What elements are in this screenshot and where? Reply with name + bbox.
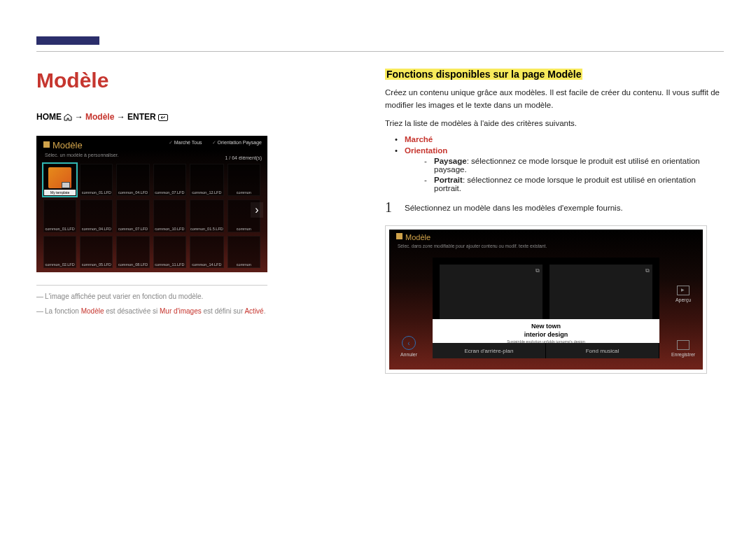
breadcrumb-arrow-2: → [117, 112, 125, 122]
selected-label: My template [44, 190, 76, 195]
template-thumb[interactable]: common_07.LFD [116, 199, 149, 232]
filter-marche[interactable]: Marché Tous [169, 140, 202, 146]
dash-paysage: Paysage: sélectionnez ce mode lorsque le… [424, 157, 724, 174]
template-thumb[interactable]: common_14.LFD [190, 236, 224, 268]
template-thumb[interactable]: common_01.LFD [80, 164, 113, 196]
template-thumb-selected[interactable]: My template [43, 164, 76, 196]
template-thumb[interactable]: common_12.LFD [190, 164, 224, 196]
template-thumb[interactable]: common_05.LFD [80, 236, 113, 268]
enter-icon [158, 114, 168, 121]
cancel-button[interactable]: ‹ Annuler [396, 336, 421, 357]
preview-button[interactable]: Aperçu [671, 286, 696, 302]
save-button[interactable]: Enregistrer [671, 340, 696, 357]
intro-paragraph: Créez un contenu unique grâce aux modèle… [385, 87, 724, 112]
breadcrumb: HOME → Modèle → ENTER [36, 112, 267, 122]
bullet-marche: Marché [395, 135, 724, 143]
cancel-icon: ‹ [402, 336, 416, 350]
note-image-varies: L'image affichée peut varier en fonction… [36, 293, 267, 300]
header-accent-bar [36, 36, 99, 45]
editor-tabs: Ecran d'arrière-plan Fond musical [433, 343, 659, 358]
save-icon [677, 340, 690, 350]
step-text: Sélectionnez un modèle dans les modèles … [405, 199, 623, 212]
breadcrumb-arrow-1: → [75, 112, 83, 122]
template-thumb[interactable]: common_08.LFD [116, 236, 149, 268]
step-number: 1 [385, 199, 392, 216]
pane-handle-icon: ⧉ [536, 267, 540, 274]
section-heading: Fonctions disponibles sur la page Modèle [385, 69, 582, 80]
header-rule [36, 51, 724, 52]
template-thumb[interactable]: common_07.LFD [153, 164, 186, 196]
breadcrumb-modele: Modèle [85, 112, 114, 122]
sort-paragraph: Triez la liste de modèles à l'aide des c… [385, 118, 724, 130]
next-page-arrow-icon[interactable]: › [251, 202, 263, 218]
template-thumb[interactable]: common_01.LFD [43, 199, 76, 232]
template-grid: My template common_01.LFD common_04.LFD … [43, 164, 260, 268]
shot1-filters: Marché Tous Orientation Paysage [169, 140, 262, 146]
screenshot-template-editor: Modèle Sélec. dans zone modifiable pour … [389, 230, 703, 370]
note-modele-disabled: La fonction Modèle est désactivée si Mur… [36, 307, 267, 315]
shot2-subtitle: Sélec. dans zone modifiable pour ajouter… [398, 244, 547, 248]
tab-background[interactable]: Ecran d'arrière-plan [433, 343, 546, 358]
screenshot-template-editor-frame: Modèle Sélec. dans zone modifiable pour … [385, 225, 707, 374]
shot1-subtitle: Sélec. un modèle à personnaliser. [45, 153, 118, 157]
shot1-counter: 1 / 64 élément(s) [225, 155, 262, 160]
tab-music[interactable]: Fond musical [546, 343, 659, 358]
template-thumb[interactable]: common_04.LFD [116, 164, 149, 196]
template-thumb[interactable]: common_10.LFD [153, 199, 186, 232]
step-1: 1 Sélectionnez un modèle dans les modèle… [385, 199, 724, 216]
shot2-title: Modèle [396, 233, 430, 241]
breadcrumb-home: HOME [36, 112, 62, 122]
dash-portrait: Portrait: sélectionnez ce mode lorsque l… [424, 176, 724, 192]
filter-orientation[interactable]: Orientation Paysage [212, 140, 262, 146]
shot1-title: Modèle [43, 140, 83, 150]
template-thumb[interactable]: common_11.LFD [153, 236, 186, 268]
pane-handle-icon: ⧉ [645, 267, 650, 274]
preview-icon [677, 286, 690, 295]
breadcrumb-enter: ENTER [127, 112, 156, 122]
template-thumb[interactable]: common_04.LFD [80, 199, 113, 232]
screenshot-template-grid: Modèle Sélec. un modèle à personnaliser.… [36, 136, 267, 272]
template-thumb[interactable]: common [227, 236, 260, 268]
template-thumb[interactable]: common [227, 164, 260, 196]
bullet-orientation: Orientation Paysage: sélectionnez ce mod… [395, 146, 724, 192]
template-thumb[interactable]: common_01.5.LFD [190, 199, 224, 232]
template-thumb[interactable]: common_02.LFD [43, 236, 76, 268]
page-title: Modèle [36, 69, 267, 92]
divider [36, 285, 267, 286]
home-icon [64, 113, 72, 121]
